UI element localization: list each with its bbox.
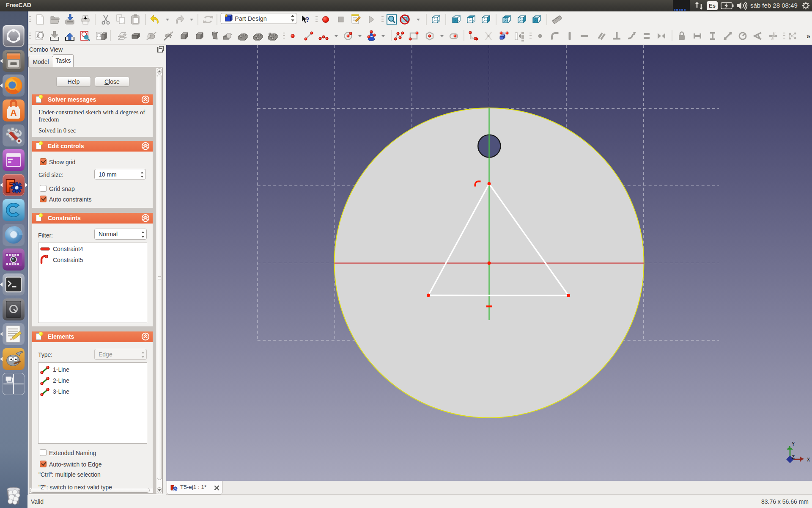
svg-text:Y: Y [792,442,795,447]
svg-text:Z: Z [792,455,795,461]
svg-text:X: X [807,457,810,463]
svg-text:»: » [807,33,810,40]
svg-text:A: A [10,108,17,118]
svg-text:?: ? [306,16,310,24]
svg-text:Part Design: Part Design [235,15,267,22]
